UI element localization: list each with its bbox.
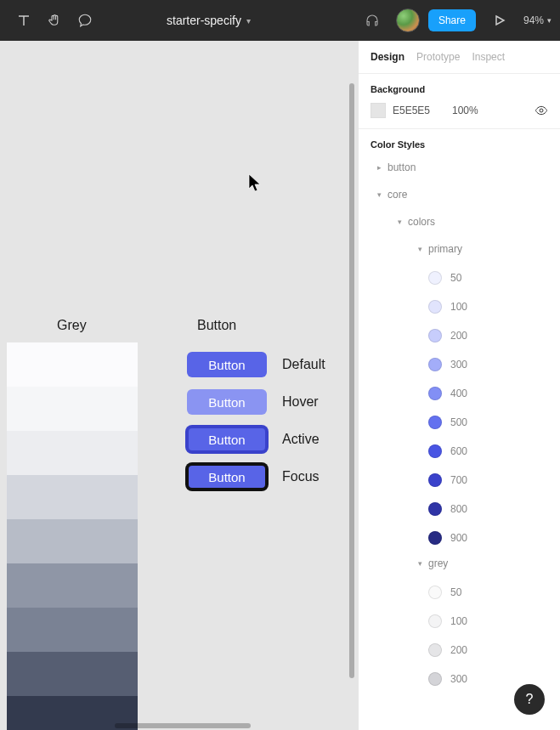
eye-icon xyxy=(535,104,548,117)
file-name-text: starter-specify xyxy=(167,14,241,27)
color-styles-tree: ▸ button ▾ core ▾ colors ▾ primary 50100… xyxy=(371,158,548,693)
color-step-label: 900 xyxy=(450,532,467,544)
example-button: Button xyxy=(187,352,267,377)
button-state-label: Default xyxy=(282,357,325,372)
tree-label: grey xyxy=(428,557,448,569)
button-state-label: Hover xyxy=(282,394,319,410)
color-swatch-circle xyxy=(428,643,442,657)
grey-swatch xyxy=(7,475,138,519)
color-step-label: 300 xyxy=(450,673,467,685)
tree-node-button[interactable]: ▸ button xyxy=(371,158,548,177)
help-button[interactable]: ? xyxy=(514,684,545,715)
grey-swatch xyxy=(7,563,138,608)
color-swatch-circle xyxy=(428,672,442,686)
avatar[interactable] xyxy=(396,8,420,32)
color-swatch-circle xyxy=(428,502,442,516)
tree-node-primary[interactable]: ▾ primary xyxy=(371,240,548,258)
grey-swatch-stack xyxy=(7,342,138,730)
button-variants-stack: ButtonDefaultButtonHoverButtonActiveButt… xyxy=(187,352,325,501)
background-opacity[interactable]: 100% xyxy=(452,105,495,116)
tab-prototype[interactable]: Prototype xyxy=(416,51,460,63)
button-variant-row: ButtonFocus xyxy=(187,464,325,489)
button-variant-row: ButtonDefault xyxy=(187,352,325,377)
disclosure-down-icon: ▾ xyxy=(415,559,425,568)
audio-tool[interactable] xyxy=(357,5,387,36)
color-swatch-circle xyxy=(428,614,442,628)
frame-label-button: Button xyxy=(197,318,236,333)
background-row[interactable]: E5E5E5 100% xyxy=(371,103,548,118)
play-icon xyxy=(494,14,506,26)
primary-swatch-row[interactable]: 400 xyxy=(428,379,548,408)
visibility-toggle[interactable] xyxy=(535,104,548,117)
tree-node-colors[interactable]: ▾ colors xyxy=(371,212,548,231)
color-step-label: 800 xyxy=(450,503,467,515)
tree-node-core[interactable]: ▾ core xyxy=(371,185,548,204)
disclosure-down-icon: ▾ xyxy=(394,218,404,226)
frame-label-grey: Grey xyxy=(57,318,87,333)
color-swatch-circle xyxy=(428,300,442,314)
color-step-label: 100 xyxy=(450,615,467,627)
tree-label: colors xyxy=(408,216,435,228)
primary-swatch-list: 50100200300400500600700800900 xyxy=(371,263,548,552)
share-button[interactable]: Share xyxy=(428,9,476,31)
comment-tool[interactable] xyxy=(70,5,100,36)
primary-swatch-row[interactable]: 100 xyxy=(428,292,548,321)
grey-swatch xyxy=(7,387,138,431)
disclosure-down-icon: ▾ xyxy=(374,190,384,199)
chevron-down-icon: ▾ xyxy=(547,16,552,25)
grey-swatch xyxy=(7,431,138,475)
primary-swatch-row[interactable]: 500 xyxy=(428,408,548,437)
color-swatch-circle xyxy=(428,387,442,400)
file-name-dropdown[interactable]: starter-specify ▾ xyxy=(167,14,251,27)
canvas-scrollbar-vertical[interactable] xyxy=(349,83,354,678)
primary-swatch-row[interactable]: 300 xyxy=(428,350,548,379)
disclosure-right-icon: ▸ xyxy=(374,163,384,172)
hand-tool[interactable] xyxy=(39,5,70,36)
primary-swatch-row[interactable]: 800 xyxy=(428,495,548,523)
color-styles-section: Color Styles ▸ button ▾ core ▾ colors ▾ … xyxy=(359,129,560,704)
grey-swatch xyxy=(7,652,138,696)
primary-swatch-row[interactable]: 600 xyxy=(428,437,548,466)
example-button: Button xyxy=(187,389,267,415)
cursor-icon xyxy=(248,173,262,192)
color-step-label: 200 xyxy=(450,330,467,342)
primary-swatch-row[interactable]: 700 xyxy=(428,466,548,495)
color-swatch-circle xyxy=(428,473,442,487)
color-swatch-circle xyxy=(428,444,442,458)
hand-icon xyxy=(47,13,62,28)
present-button[interactable] xyxy=(484,5,515,36)
button-state-label: Focus xyxy=(282,469,320,484)
grey-swatch xyxy=(7,608,138,652)
button-state-label: Active xyxy=(282,432,320,447)
color-swatch-circle xyxy=(428,271,442,285)
color-swatch-circle xyxy=(428,416,442,429)
grey-swatch xyxy=(7,342,138,387)
tab-design[interactable]: Design xyxy=(371,51,404,63)
canvas[interactable]: Grey Button ButtonDefaultButtonHoverButt… xyxy=(0,41,358,730)
text-icon xyxy=(16,13,31,28)
color-step-label: 700 xyxy=(450,474,467,486)
grey-swatch-row[interactable]: 50 xyxy=(428,578,548,607)
grey-swatch xyxy=(7,519,138,563)
zoom-value: 94% xyxy=(523,14,544,26)
grey-swatch-row[interactable]: 200 xyxy=(428,636,548,665)
primary-swatch-row[interactable]: 200 xyxy=(428,321,548,350)
tab-inspect[interactable]: Inspect xyxy=(472,51,505,63)
tree-node-grey[interactable]: ▾ grey xyxy=(371,554,548,573)
color-swatch-circle xyxy=(428,358,442,371)
zoom-dropdown[interactable]: 94% ▾ xyxy=(523,14,552,26)
primary-swatch-row[interactable]: 900 xyxy=(428,523,548,552)
background-section: Background E5E5E5 100% xyxy=(359,74,560,129)
background-hex[interactable]: E5E5E5 xyxy=(393,105,452,116)
background-swatch[interactable] xyxy=(371,103,386,118)
text-tool[interactable] xyxy=(8,5,39,36)
canvas-scrollbar-horizontal[interactable] xyxy=(115,723,251,728)
color-step-label: 100 xyxy=(450,301,467,313)
color-step-label: 300 xyxy=(450,359,467,371)
tree-label: core xyxy=(387,189,407,201)
tree-label: primary xyxy=(428,243,462,255)
color-swatch-circle xyxy=(428,531,442,545)
color-styles-heading: Color Styles xyxy=(371,139,548,150)
primary-swatch-row[interactable]: 50 xyxy=(428,263,548,292)
grey-swatch-row[interactable]: 100 xyxy=(428,607,548,636)
